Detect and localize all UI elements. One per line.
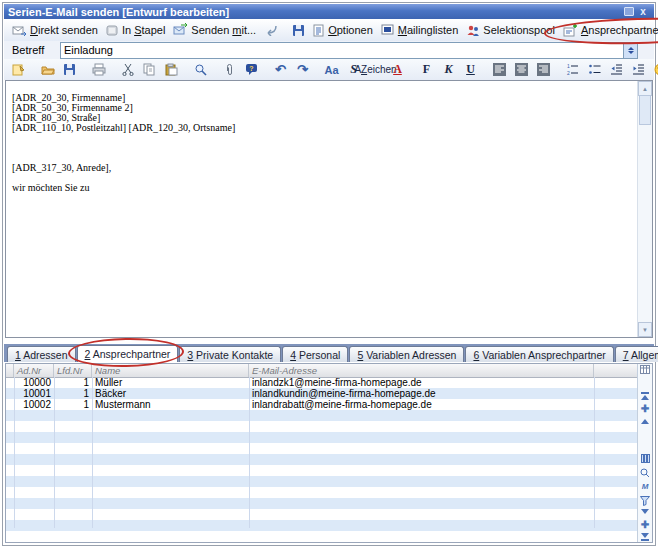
last-record-button[interactable] (639, 532, 651, 543)
cut-button[interactable] (117, 61, 138, 78)
cell-name: Mustermann (92, 399, 249, 410)
previous-record-button[interactable] (639, 416, 651, 427)
align-left-button[interactable] (489, 61, 510, 78)
redo-button[interactable]: ↷ (292, 61, 313, 78)
record-down-button[interactable]: ✚ (639, 519, 651, 530)
editor-scrollbar[interactable]: ▲ ▼ (637, 81, 652, 337)
print-button[interactable] (88, 61, 109, 78)
smiley-icon (654, 63, 658, 76)
scroll-up-icon[interactable]: ▲ (638, 81, 652, 96)
tab-adressen[interactable]: 1 Adressen (7, 346, 76, 362)
align-right-icon (537, 63, 550, 76)
close-button[interactable]: x (636, 6, 650, 18)
first-bar-icon (641, 392, 649, 394)
search-button[interactable] (190, 61, 211, 78)
tab-ansprechpartner[interactable]: 2 Ansprechpartner (77, 345, 179, 362)
format-button[interactable]: M (639, 481, 651, 492)
bold-button[interactable]: F (416, 61, 437, 78)
filter-button[interactable] (639, 495, 651, 506)
tab-variablen-adressen[interactable]: 5 Variablen Adressen (349, 346, 464, 362)
italic-button[interactable]: K (438, 61, 459, 78)
open-button[interactable] (37, 61, 58, 78)
recipient-table: Ad.Nr Lfd.Nr Name E-Mail-Adresse 10000 1… (5, 363, 653, 543)
indent-button[interactable] (628, 61, 649, 78)
mailinglisten-button[interactable]: Mailinglisten (377, 23, 463, 37)
attach-button[interactable] (219, 61, 240, 78)
font-color-button[interactable]: A (387, 61, 408, 78)
message-body-text: [ADR_20_30, Firmenname] [ADR_50_30, Firm… (12, 93, 630, 193)
spinner-up-icon (628, 47, 634, 50)
title-bar[interactable]: Serien-E-Mail senden [Entwurf bearbeiten… (4, 4, 654, 19)
table-body: 10000 1 Müller inlandzk1@meine-firma-hom… (6, 377, 638, 542)
selection-pool-icon (466, 24, 480, 37)
selektionspool-button[interactable]: Selektionspool (462, 23, 559, 38)
in-stapel-button[interactable]: In Stapel (102, 23, 169, 38)
table-row[interactable]: 10002 1 Mustermann inlandrabatt@meine-fi… (6, 399, 638, 410)
tab-personal[interactable]: 4 Personal (282, 346, 348, 362)
font-button[interactable]: Aa (321, 61, 342, 78)
column-chooser-button[interactable] (639, 365, 651, 374)
direkt-senden-button[interactable]: Direkt senden (8, 23, 102, 38)
subject-value: Einladung (64, 44, 113, 56)
scroll-down-icon[interactable]: ▼ (638, 322, 652, 337)
cell-lfdnr: 1 (54, 388, 92, 399)
help-bubble-icon: ? (245, 63, 258, 76)
main-toolbar: Direkt senden In Stapel Senden mit... Op… (4, 19, 654, 42)
align-center-button[interactable] (511, 61, 532, 78)
senden-mit-button[interactable]: Senden mit... (169, 22, 260, 38)
new-note-button[interactable] (8, 61, 29, 78)
save-file-button[interactable] (59, 61, 80, 78)
bullet-list-button[interactable] (584, 61, 605, 78)
copy-button[interactable] (139, 61, 160, 78)
tab-allgemeine-variablen[interactable]: 7 Allgemeine Variablen (615, 346, 658, 362)
message-body-editor[interactable]: [ADR_20_30, Firmenname] [ADR_50_30, Firm… (5, 80, 653, 338)
subject-label: Betreff (4, 44, 60, 56)
tab-variablen-ansprechpartner[interactable]: 6 Variablen Ansprechpartner (465, 346, 613, 362)
cell-email: inlandkundin@meine-firma-homepage.de (249, 388, 594, 399)
next-record-button[interactable] (639, 506, 651, 517)
row-gutter-header (6, 364, 14, 377)
body-line (12, 143, 630, 153)
emoticon-button[interactable] (650, 61, 658, 78)
translate-help-button[interactable]: ? (241, 61, 262, 78)
columns-button[interactable] (639, 453, 651, 464)
paste-button[interactable] (161, 61, 182, 78)
column-header-lfdnr[interactable]: Lfd.Nr (54, 364, 92, 377)
first-record-button[interactable] (639, 390, 651, 401)
reply-arrow-button[interactable] (260, 23, 282, 37)
mailing-lists-icon (381, 24, 395, 36)
column-header-email[interactable]: E-Mail-Adresse (249, 364, 594, 377)
subject-dropdown-button[interactable] (623, 43, 637, 58)
table-search-button[interactable] (639, 467, 651, 478)
cell-name: Bäcker (92, 388, 249, 399)
ansprechpartner-hinzufuegen-button[interactable]: Ansprechpartner hinzufügen (559, 23, 658, 38)
column-header-name[interactable]: Name (92, 364, 249, 377)
char-format-button[interactable]: A Zeichen (365, 61, 386, 78)
print-icon (92, 63, 106, 76)
subject-input[interactable]: Einladung (60, 42, 638, 59)
tab-private-kontakte[interactable]: 3 Private Kontakte (179, 346, 281, 362)
undo-button[interactable]: ↶ (270, 61, 291, 78)
column-line (249, 377, 250, 528)
align-right-button[interactable] (533, 61, 554, 78)
outdent-button[interactable] (606, 61, 627, 78)
next-arrow-icon (641, 509, 649, 514)
table-row[interactable]: 10000 1 Müller inlandzk1@meine-firma-hom… (6, 377, 638, 388)
column-line (594, 377, 595, 528)
scroll-thumb[interactable] (639, 95, 651, 125)
record-up-button[interactable]: ✚ (639, 403, 651, 414)
outdent-icon (610, 63, 623, 76)
first-arrow-icon (641, 395, 649, 400)
optionen-button[interactable]: Optionen (309, 23, 377, 38)
numbered-list-button[interactable]: 12 (562, 61, 583, 78)
window-menu-button[interactable] (622, 6, 636, 18)
row-gutter (6, 388, 14, 399)
align-center-icon (515, 63, 528, 76)
cell-lfdnr: 1 (54, 399, 92, 410)
column-header-adnr[interactable]: Ad.Nr (14, 364, 54, 377)
table-row[interactable]: 10001 1 Bäcker inlandkundin@meine-firma-… (6, 388, 638, 399)
save-button[interactable] (288, 23, 309, 38)
optionen-label: Optionen (328, 24, 373, 36)
in-stapel-label: In Stapel (122, 24, 165, 36)
underline-button[interactable]: U (460, 61, 481, 78)
